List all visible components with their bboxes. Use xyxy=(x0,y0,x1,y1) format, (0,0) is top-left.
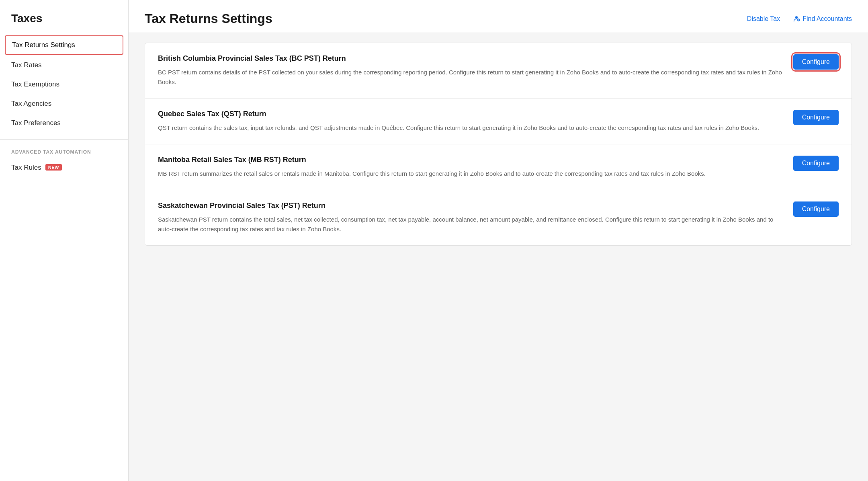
new-badge: NEW xyxy=(45,164,62,171)
header-actions: Disable Tax Find Accountants xyxy=(747,15,852,23)
tax-card-bc-pst: British Columbia Provincial Sales Tax (B… xyxy=(145,43,852,98)
tax-returns-list: British Columbia Provincial Sales Tax (B… xyxy=(145,43,852,246)
tax-card-content-bc-pst: British Columbia Provincial Sales Tax (B… xyxy=(158,54,784,87)
find-accountants-link[interactable]: Find Accountants xyxy=(793,15,852,23)
configure-button-sk-pst[interactable]: Configure xyxy=(793,201,839,217)
advanced-tax-section-label: ADVANCED TAX AUTOMATION xyxy=(0,146,128,158)
sidebar-item-tax-rules[interactable]: Tax Rules NEW xyxy=(0,158,128,177)
configure-button-qst[interactable]: Configure xyxy=(793,110,839,125)
sidebar-item-tax-exemptions[interactable]: Tax Exemptions xyxy=(0,75,128,94)
tax-card-content-sk-pst: Saskatchewan Provincial Sales Tax (PST) … xyxy=(158,201,784,234)
tax-card-title-mb-rst: Manitoba Retail Sales Tax (MB RST) Retur… xyxy=(158,156,784,164)
sidebar-nav: Tax Returns Settings Tax Rates Tax Exemp… xyxy=(0,35,128,177)
tax-card-title-bc-pst: British Columbia Provincial Sales Tax (B… xyxy=(158,54,784,63)
tax-card-title-sk-pst: Saskatchewan Provincial Sales Tax (PST) … xyxy=(158,201,784,210)
tax-card-description-mb-rst: MB RST return summarizes the retail sale… xyxy=(158,169,784,179)
tax-card-description-bc-pst: BC PST return contains details of the PS… xyxy=(158,68,784,87)
tax-card-title-qst: Quebec Sales Tax (QST) Return xyxy=(158,110,784,118)
tax-card-description-qst: QST return contains the sales tax, input… xyxy=(158,123,784,133)
tax-card-description-sk-pst: Saskatchewan PST return contains the tot… xyxy=(158,215,784,234)
page-title: Tax Returns Settings xyxy=(145,11,272,26)
svg-point-0 xyxy=(795,16,798,18)
sidebar-item-tax-rates[interactable]: Tax Rates xyxy=(0,56,128,75)
sidebar-item-tax-agencies[interactable]: Tax Agencies xyxy=(0,94,128,113)
tax-card-sk-pst: Saskatchewan Provincial Sales Tax (PST) … xyxy=(145,190,852,245)
sidebar: Taxes Tax Returns Settings Tax Rates Tax… xyxy=(0,0,129,481)
main-header: Tax Returns Settings Disable Tax Find Ac… xyxy=(129,0,868,33)
sidebar-item-tax-preferences[interactable]: Tax Preferences xyxy=(0,113,128,133)
configure-button-mb-rst[interactable]: Configure xyxy=(793,156,839,171)
tax-card-qst: Quebec Sales Tax (QST) ReturnQST return … xyxy=(145,98,852,144)
configure-button-bc-pst[interactable]: Configure xyxy=(793,54,839,70)
app-title: Taxes xyxy=(0,12,128,35)
tax-card-content-mb-rst: Manitoba Retail Sales Tax (MB RST) Retur… xyxy=(158,156,784,179)
content-area: British Columbia Provincial Sales Tax (B… xyxy=(129,33,868,481)
tax-card-mb-rst: Manitoba Retail Sales Tax (MB RST) Retur… xyxy=(145,144,852,190)
sidebar-item-tax-returns-settings[interactable]: Tax Returns Settings xyxy=(5,35,123,55)
main-content: Tax Returns Settings Disable Tax Find Ac… xyxy=(129,0,868,481)
tax-card-content-qst: Quebec Sales Tax (QST) ReturnQST return … xyxy=(158,110,784,133)
person-icon xyxy=(793,15,800,23)
sidebar-divider xyxy=(0,139,128,140)
disable-tax-link[interactable]: Disable Tax xyxy=(747,15,780,23)
